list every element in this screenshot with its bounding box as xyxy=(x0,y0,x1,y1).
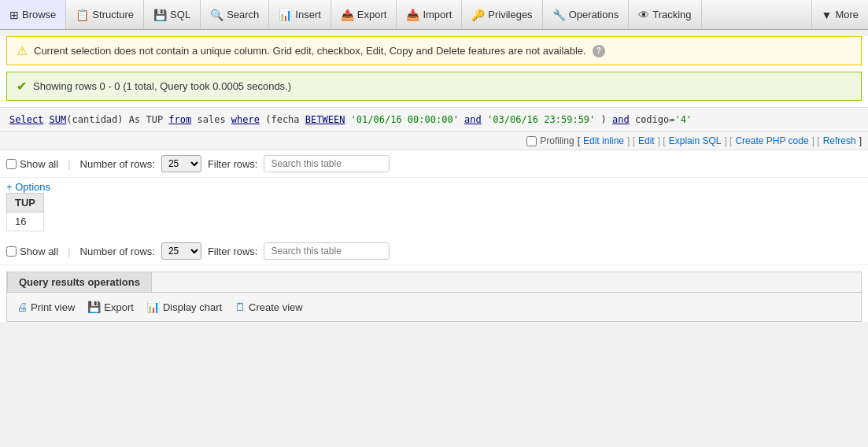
import-icon: 📥 xyxy=(406,9,419,21)
nav-insert-label: Insert xyxy=(295,9,321,20)
sql-paren1: (cantidad) xyxy=(66,114,123,125)
num-rows-bottom-select[interactable]: 25 50 100 xyxy=(161,242,201,260)
sql-table: sales xyxy=(198,114,231,125)
sep-top: | xyxy=(68,158,70,170)
nav-tracking[interactable]: 👁 Tracking xyxy=(629,0,701,29)
nav-browse[interactable]: ⊞ Browse xyxy=(0,0,66,29)
sep4: ] [ xyxy=(812,135,820,146)
num-rows-top-select[interactable]: 25 50 100 xyxy=(161,155,201,172)
query-results-body: 🖨 Print view 💾 Export 📊 Display chart 🗒 … xyxy=(7,292,861,321)
export-link[interactable]: 💾 Export xyxy=(87,301,134,313)
create-php-link[interactable]: Create PHP code xyxy=(735,135,808,146)
show-all-top-label[interactable]: Show all xyxy=(6,158,58,170)
sql-codigo: codigo= xyxy=(635,114,675,125)
nav-privileges-label: Privileges xyxy=(488,9,532,20)
query-results-tab[interactable]: Query results operations xyxy=(7,272,861,292)
create-view-label: Create view xyxy=(249,301,303,313)
export-label: Export xyxy=(104,301,134,313)
nav-bar: ⊞ Browse 📋 Structure 💾 SQL 🔍 Search 📊 In… xyxy=(0,0,868,30)
nav-browse-label: Browse xyxy=(22,9,56,20)
sql-from-kw: from xyxy=(168,114,191,125)
print-icon: 🖨 xyxy=(17,301,28,313)
nav-sql[interactable]: 💾 SQL xyxy=(144,0,201,29)
nav-sql-label: SQL xyxy=(170,9,190,20)
query-results-section: Query results operations 🖨 Print view 💾 … xyxy=(6,272,862,322)
profiling-bar: Profiling [ Edit inline ] [ Edit ] [ Exp… xyxy=(0,132,868,150)
success-text: Showing rows 0 - 0 (1 total, Query took … xyxy=(33,80,291,92)
show-all-top-text: Show all xyxy=(20,158,58,170)
print-view-label: Print view xyxy=(31,301,75,313)
filter-top-input[interactable] xyxy=(264,155,390,172)
help-icon[interactable]: ? xyxy=(593,45,605,57)
nav-structure-label: Structure xyxy=(92,9,134,20)
warning-banner: ⚠ Current selection does not contain a u… xyxy=(6,36,862,65)
warning-icon: ⚠ xyxy=(17,43,28,58)
show-all-bottom-checkbox[interactable] xyxy=(6,246,17,257)
warning-text: Current selection does not contain a uni… xyxy=(34,45,586,57)
nav-import[interactable]: 📥 Import xyxy=(397,0,462,29)
bracket-close: ] xyxy=(859,135,862,146)
export-nav-icon: 📤 xyxy=(341,9,354,21)
nav-operations-label: Operations xyxy=(569,9,619,20)
sql-where-kw: where xyxy=(231,114,260,125)
show-all-bottom-label[interactable]: Show all xyxy=(6,246,58,257)
sql-tup: TUP xyxy=(146,114,168,125)
sql-str2: '03/06/16 23:59:59' xyxy=(487,114,595,125)
export-action-icon: 💾 xyxy=(87,301,101,313)
display-chart-label: Display chart xyxy=(163,301,222,313)
browse-icon: ⊞ xyxy=(9,9,19,21)
profiling-label: Profiling xyxy=(540,135,574,146)
data-table-wrapper: TUP 16 xyxy=(0,193,868,231)
bracket-open: [ xyxy=(578,135,580,146)
filter-bottom-label: Filter rows: xyxy=(208,246,258,257)
table-row: 16 xyxy=(7,212,44,231)
show-all-top-checkbox[interactable] xyxy=(6,159,17,169)
sep1: ] [ xyxy=(627,135,635,146)
success-icon: ✔ xyxy=(17,79,27,94)
profiling-checkbox[interactable] xyxy=(526,136,537,146)
sep-bottom: | xyxy=(68,246,70,257)
sep2: ] [ xyxy=(658,135,666,146)
results-table: TUP 16 xyxy=(6,193,44,231)
chart-icon: 📊 xyxy=(146,301,160,313)
sql-str1: '01/06/16 00:00:00' xyxy=(351,114,465,125)
sql-paren2: (fecha xyxy=(265,114,305,125)
display-chart-link[interactable]: 📊 Display chart xyxy=(146,301,222,313)
nav-tracking-label: Tracking xyxy=(652,9,691,20)
sql-val: '4' xyxy=(675,114,693,125)
refresh-link[interactable]: Refresh xyxy=(823,135,856,146)
cell-tup-value: 16 xyxy=(7,212,44,231)
structure-icon: 📋 xyxy=(76,9,89,21)
nav-insert[interactable]: 📊 Insert xyxy=(269,0,331,29)
more-icon: ▼ xyxy=(822,9,833,21)
sql-and2-kw: and xyxy=(612,114,630,125)
insert-icon: 📊 xyxy=(279,9,292,21)
nav-more[interactable]: ▼ More xyxy=(811,0,868,29)
explain-sql-link[interactable]: Explain SQL xyxy=(669,135,722,146)
tracking-icon: 👁 xyxy=(638,9,649,21)
nav-more-label: More xyxy=(835,9,859,20)
col-tup-header: TUP xyxy=(7,194,44,212)
nav-structure[interactable]: 📋 Structure xyxy=(66,0,144,29)
nav-export[interactable]: 📤 Export xyxy=(331,0,397,29)
nav-search[interactable]: 🔍 Search xyxy=(201,0,269,29)
nav-privileges[interactable]: 🔑 Privileges xyxy=(462,0,542,29)
create-view-link[interactable]: 🗒 Create view xyxy=(235,301,303,313)
options-link[interactable]: + Options xyxy=(0,178,868,193)
nav-operations[interactable]: 🔧 Operations xyxy=(543,0,630,29)
profiling-checkbox-label[interactable]: Profiling xyxy=(526,135,574,146)
nav-import-label: Import xyxy=(423,9,452,20)
operations-icon: 🔧 xyxy=(552,9,566,21)
edit-inline-link[interactable]: Edit inline xyxy=(583,135,624,146)
filter-bottom-input[interactable] xyxy=(264,242,390,260)
nav-search-label: Search xyxy=(227,9,259,20)
num-rows-top-label: Number of rows: xyxy=(80,158,155,170)
create-view-icon: 🗒 xyxy=(235,301,246,313)
sql-icon: 💾 xyxy=(153,9,167,21)
sql-paren3: ) xyxy=(601,114,612,125)
print-view-link[interactable]: 🖨 Print view xyxy=(17,301,75,313)
success-banner: ✔ Showing rows 0 - 0 (1 total, Query too… xyxy=(6,72,862,101)
nav-export-label: Export xyxy=(357,9,387,20)
edit-link[interactable]: Edit xyxy=(638,135,655,146)
filter-top-label: Filter rows: xyxy=(208,158,258,170)
